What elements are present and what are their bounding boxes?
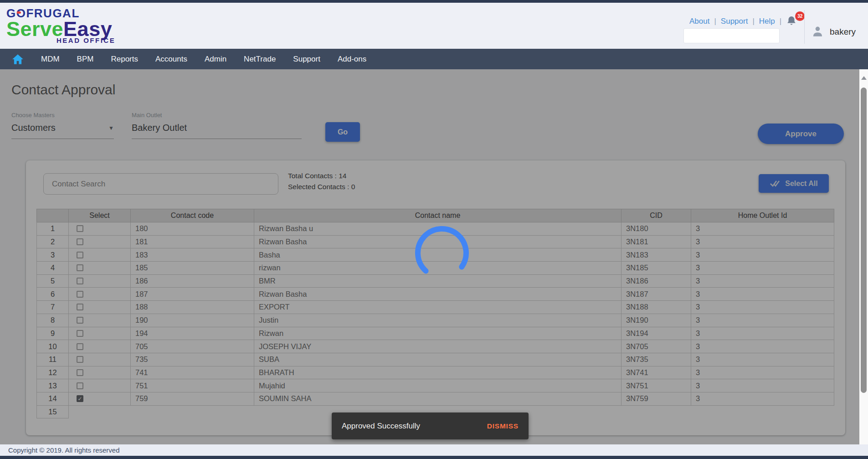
nav-item-support[interactable]: Support (293, 55, 320, 64)
scrollbar-thumb[interactable] (861, 88, 867, 393)
bottom-chrome-strip (0, 456, 868, 459)
scrollbar-up-arrow-icon[interactable] (861, 76, 867, 80)
header-link-support[interactable]: Support (721, 17, 748, 26)
nav-item-reports[interactable]: Reports (111, 55, 138, 64)
nav-item-add-ons[interactable]: Add-ons (338, 55, 366, 64)
header-links: About|Support|Help|32 (689, 15, 798, 27)
user-menu[interactable]: bakery (812, 26, 856, 38)
vertical-scrollbar[interactable] (859, 69, 868, 444)
footer: Copyright © 2019. All rights reserved (0, 444, 868, 456)
header-link-help[interactable]: Help (759, 17, 775, 26)
username-label: bakery (830, 27, 856, 37)
nav-item-admin[interactable]: Admin (205, 55, 226, 64)
home-nav-item[interactable] (12, 54, 24, 65)
toast-snackbar: Approved Successfully DISMISS (332, 413, 529, 439)
global-search-input[interactable] (684, 29, 782, 43)
nav-item-mdm[interactable]: MDM (41, 55, 60, 64)
notification-count-badge: 32 (795, 11, 805, 21)
gofrugal-serveeasy-logo: GOFRUGAL ServeEasy HEAD OFFICE (6, 6, 115, 44)
global-search-box (683, 28, 780, 43)
nav-item-accounts[interactable]: Accounts (155, 55, 187, 64)
header-divider (804, 10, 805, 44)
header-link-about[interactable]: About (689, 17, 709, 26)
nav-item-nettrade[interactable]: NetTrade (244, 55, 276, 64)
app-header: GOFRUGAL ServeEasy HEAD OFFICE About|Sup… (0, 3, 868, 49)
link-separator: | (752, 17, 754, 26)
logo-g-accent (17, 11, 21, 14)
user-avatar-icon (812, 26, 824, 38)
link-separator: | (780, 17, 781, 26)
main-nav: MDMBPMReportsAccountsAdminNetTradeSuppor… (0, 49, 868, 69)
logo-gofrugal-text: GOFRUGAL (6, 6, 115, 21)
nav-item-bpm[interactable]: BPM (77, 55, 94, 64)
copyright-text: Copyright © 2019. All rights reserved (8, 446, 120, 454)
logo-head-office-text: HEAD OFFICE (56, 36, 115, 44)
home-icon (12, 54, 24, 65)
loading-spinner (412, 223, 472, 283)
logo-serve-text: Serve (6, 17, 63, 41)
link-separator: | (714, 17, 716, 26)
notifications-bell[interactable]: 32 (786, 15, 798, 27)
toast-message: Approved Successfully (342, 422, 420, 431)
dismiss-button[interactable]: DISMISS (487, 422, 519, 430)
